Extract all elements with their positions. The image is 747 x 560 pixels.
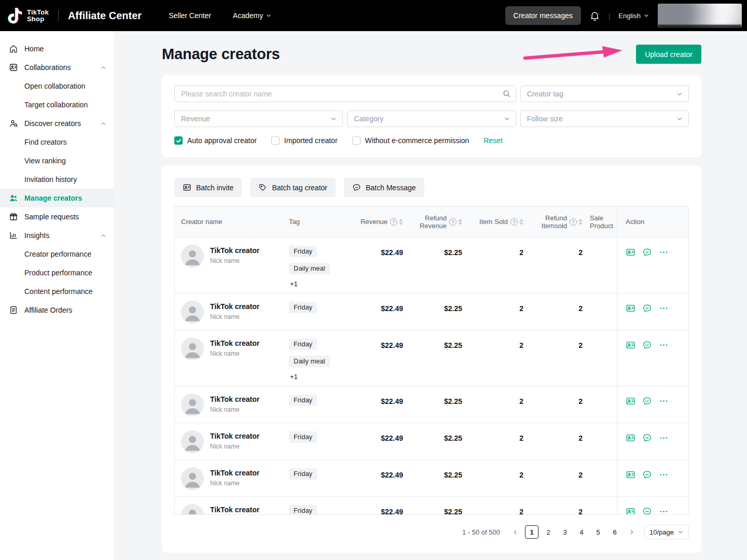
checkbox-without-e-commerce-permission[interactable]: Without e-commerce permission [352, 136, 469, 145]
column-header-revenue[interactable]: Revenue? [356, 206, 403, 237]
contact-card-icon[interactable] [626, 470, 635, 480]
sidebar-item-product-performance[interactable]: Product performance [0, 263, 114, 282]
more-icon[interactable] [659, 303, 669, 313]
batch-button-batch-message[interactable]: Batch Message [344, 178, 424, 197]
nav-seller-center[interactable]: Seller Center [169, 11, 211, 20]
contact-card-icon[interactable] [626, 247, 635, 257]
batch-button-label: Batch tag creator [272, 184, 327, 192]
sidebar-item-insights[interactable]: Insights [0, 226, 114, 245]
help-icon[interactable]: ? [510, 218, 518, 226]
page-button-5[interactable]: 5 [591, 525, 605, 539]
contact-card-icon[interactable] [626, 396, 635, 406]
sidebar-item-sample-requests[interactable]: Sample requests [0, 207, 114, 226]
more-icon[interactable] [659, 470, 669, 480]
contact-card-icon[interactable] [626, 303, 635, 313]
page-size-select[interactable]: 10/page [644, 525, 689, 539]
more-tags-label[interactable]: +1 [289, 373, 298, 381]
chevron-down-icon [643, 12, 649, 19]
column-header-refund-itemsold[interactable]: Refund Itemsold? [523, 206, 583, 237]
sidebar-item-invitation-history[interactable]: Invitation history [0, 170, 114, 189]
sidebar-item-home[interactable]: Home [0, 39, 114, 58]
creator-cell: TikTok creatorNick name [175, 497, 289, 514]
creator-name[interactable]: TikTok creator [210, 506, 259, 514]
select-revenue[interactable]: Revenue [174, 110, 343, 127]
chat-icon[interactable] [642, 247, 652, 257]
column-header-item-sold[interactable]: Item Sold? [462, 206, 523, 237]
creator-nickname: Nick name [210, 406, 259, 413]
page-button-2[interactable]: 2 [542, 525, 555, 539]
more-icon[interactable] [659, 340, 669, 350]
help-icon[interactable]: ? [449, 218, 457, 226]
refund-itemsold-cell: 2 [523, 293, 583, 330]
checkbox-auto-approval-creator[interactable]: Auto approval creator [174, 136, 257, 145]
sidebar-item-affiliate-orders[interactable]: Affiliate Orders [0, 301, 114, 319]
sort-icon[interactable] [578, 219, 583, 225]
chat-icon[interactable] [642, 470, 652, 480]
item-sold-cell: 2 [462, 423, 523, 459]
creator-name[interactable]: TikTok creator [210, 246, 259, 255]
search-icon[interactable] [502, 89, 511, 98]
next-page-button[interactable] [625, 525, 638, 539]
chevron-up-icon [100, 120, 107, 127]
sidebar-item-open-collaboration[interactable]: Open collaboration [0, 77, 114, 95]
contact-card-icon[interactable] [626, 340, 635, 350]
sort-icon[interactable] [399, 219, 403, 225]
column-header-refund-revenue[interactable]: Refund Revenue? [403, 206, 462, 237]
more-icon[interactable] [659, 433, 669, 443]
topbar-right: Creator messages | English [505, 4, 742, 27]
sidebar-item-collaborations[interactable]: Collaborations [0, 58, 114, 77]
chat-icon[interactable] [642, 507, 652, 514]
creator-name[interactable]: TikTok creator [210, 469, 259, 477]
sidebar-item-creator-performance[interactable]: Creator performance [0, 245, 114, 263]
select-category[interactable]: Category [347, 110, 516, 127]
chat-icon[interactable] [642, 340, 652, 350]
creator-name[interactable]: TikTok creator [210, 432, 259, 440]
sidebar-item-target-collaboration[interactable]: Target collaboration [0, 95, 114, 114]
tag-chip: Friday [289, 431, 317, 443]
sidebar-item-discover-creators[interactable]: Discover creators [0, 114, 114, 133]
more-tags-label[interactable]: +1 [289, 280, 298, 288]
sidebar-item-find-creators[interactable]: Find creators [0, 133, 114, 151]
more-icon[interactable] [659, 396, 669, 406]
sidebar-item-view-ranking[interactable]: View ranking [0, 151, 114, 170]
chat-icon[interactable] [642, 433, 652, 443]
annotation-arrow [523, 45, 625, 62]
nav-academy[interactable]: Academy [233, 11, 272, 20]
page-button-6[interactable]: 6 [608, 525, 621, 539]
select-follow-size[interactable]: Follow size [520, 110, 689, 127]
checkbox-imported-creator[interactable]: Imported creator [271, 136, 338, 145]
account-avatar[interactable] [658, 4, 742, 27]
contact-card-icon[interactable] [626, 507, 635, 514]
batch-button-batch-tag-creator[interactable]: Batch tag creator [250, 178, 336, 197]
select-creator-tag[interactable]: Creator tag [520, 86, 689, 102]
creator-messages-button[interactable]: Creator messages [505, 6, 581, 25]
more-icon[interactable] [659, 507, 669, 514]
more-icon[interactable] [659, 247, 669, 257]
sort-icon[interactable] [519, 219, 523, 225]
sidebar-item-manage-creators[interactable]: Manage creators [0, 189, 114, 207]
sale-product-cell [583, 386, 617, 423]
page-button-1[interactable]: 1 [525, 525, 538, 539]
upload-creator-button[interactable]: Upload creator [636, 45, 701, 64]
notifications-bell-icon[interactable] [589, 10, 600, 21]
page-button-4[interactable]: 4 [575, 525, 588, 539]
creator-name[interactable]: TikTok creator [210, 339, 259, 347]
previous-page-button[interactable] [508, 525, 522, 539]
chat-icon[interactable] [642, 396, 652, 406]
creator-name[interactable]: TikTok creator [210, 302, 259, 311]
creator-search-input[interactable] [174, 86, 516, 102]
contact-card-icon[interactable] [626, 433, 635, 443]
creator-name[interactable]: TikTok creator [210, 395, 259, 403]
batch-button-batch-invite[interactable]: Batch invite [174, 178, 242, 197]
sort-icon[interactable] [458, 219, 462, 225]
sidebar-item-label: Invitation history [24, 175, 77, 184]
tiktok-shop-logo[interactable]: TikTok Shop [7, 7, 49, 24]
chat-icon[interactable] [642, 303, 652, 313]
page-button-3[interactable]: 3 [558, 525, 572, 539]
creator-avatar-icon [181, 504, 204, 514]
help-icon[interactable]: ? [570, 218, 577, 226]
reset-button[interactable]: Reset [483, 136, 503, 145]
language-selector[interactable]: English [618, 12, 649, 20]
help-icon[interactable]: ? [390, 218, 397, 226]
sidebar-item-content-performance[interactable]: Content performance [0, 282, 114, 301]
